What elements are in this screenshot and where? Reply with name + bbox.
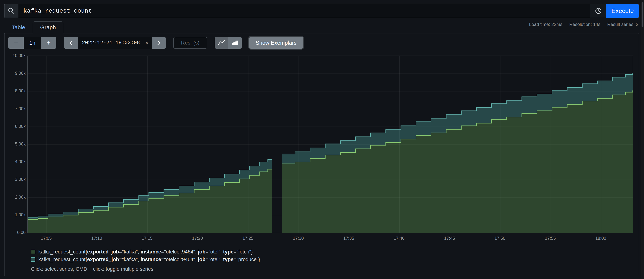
time-picker-group: 2022-12-21 18:03:08 ×	[64, 37, 166, 49]
range-increase-button[interactable]: +	[41, 37, 56, 49]
chart-type-toggle	[215, 37, 242, 49]
tab-graph[interactable]: Graph	[33, 21, 63, 33]
plot-area[interactable]	[28, 55, 633, 233]
x-tick-label: 17:40	[394, 236, 405, 241]
legend-item[interactable]: kafka_request_count{exported_job="kafka"…	[31, 257, 635, 263]
clock-icon	[594, 7, 602, 15]
stacked-chart-icon	[232, 40, 238, 46]
x-tick-label: 18:00	[595, 236, 606, 241]
y-tick-label: 3.00k	[15, 177, 26, 182]
x-tick-label: 17:45	[444, 236, 455, 241]
y-tick-label: 8.00k	[15, 88, 26, 93]
history-clock-button[interactable]	[590, 4, 606, 18]
x-tick-label: 17:50	[494, 236, 506, 241]
series-label: kafka_request_count{exported_job="kafka"…	[38, 249, 253, 255]
range-input[interactable]	[24, 37, 41, 49]
legend-item[interactable]: kafka_request_count{exported_job="kafka"…	[31, 249, 635, 255]
legend: kafka_request_count{exported_job="kafka"…	[31, 249, 635, 263]
view-tabs: Table Graph	[4, 21, 63, 33]
graph-controls: − + 2022-12-21 18:03:08 ×	[8, 37, 635, 49]
query-bar: Execute	[4, 4, 639, 18]
y-tick-label: 7.00k	[15, 106, 26, 111]
range-stepper: − +	[8, 37, 56, 49]
x-tick-label: 17:55	[545, 236, 556, 241]
show-exemplars-button[interactable]: Show Exemplars	[249, 37, 303, 49]
query-input[interactable]	[18, 4, 590, 18]
range-decrease-button[interactable]: −	[8, 37, 24, 49]
y-tick-label: 2.00k	[15, 195, 26, 200]
y-tick-label: 4.00k	[15, 159, 26, 164]
x-tick-label: 17:20	[192, 236, 203, 241]
series-swatch	[31, 250, 35, 254]
chevron-left-icon	[68, 39, 74, 46]
datetime-value: 2022-12-21 18:03:08	[82, 40, 140, 46]
query-stats: Load time: 22ms Resolution: 14s Result s…	[523, 22, 638, 27]
y-axis-labels: 0.001.00k2.00k3.00k4.00k5.00k6.00k7.00k8…	[8, 54, 26, 232]
search-icon	[4, 4, 18, 18]
load-time: Load time: 22ms	[529, 22, 562, 27]
series-swatch	[31, 258, 35, 262]
x-tick-label: 17:15	[142, 236, 153, 241]
line-chart-button[interactable]	[215, 37, 228, 49]
line-chart-icon	[218, 40, 225, 46]
tabs-row: Load time: 22ms Resolution: 14s Result s…	[4, 20, 639, 33]
x-tick-label: 17:25	[242, 236, 254, 241]
y-tick-label: 0.00	[17, 230, 26, 235]
x-tick-label: 17:30	[293, 236, 304, 241]
scrollbar-thumb[interactable]	[642, 2, 644, 27]
x-axis-labels: 17:0517:1017:1517:2017:2517:3017:3517:40…	[28, 236, 633, 242]
y-tick-label: 5.00k	[15, 142, 26, 147]
time-back-button[interactable]	[64, 37, 78, 49]
y-tick-label: 6.00k	[15, 124, 26, 129]
x-tick-label: 17:05	[41, 236, 52, 241]
chart-canvas	[28, 56, 633, 233]
result-series: Result series: 2	[607, 22, 638, 27]
resolution-input[interactable]	[173, 37, 207, 49]
chevron-right-icon	[156, 39, 162, 46]
y-tick-label: 9.00k	[15, 71, 26, 76]
series-label: kafka_request_count{exported_job="kafka"…	[38, 257, 260, 263]
x-tick-label: 17:35	[343, 236, 354, 241]
stacked-chart-button[interactable]	[228, 37, 242, 49]
resolution: Resolution: 14s	[569, 22, 600, 27]
x-tick-label: 17:10	[91, 236, 102, 241]
scrollbar[interactable]	[641, 0, 644, 279]
chart: 0.001.00k2.00k3.00k4.00k5.00k6.00k7.00k8…	[8, 54, 635, 242]
tab-table[interactable]: Table	[4, 21, 33, 33]
graph-panel: − + 2022-12-21 18:03:08 ×	[4, 33, 639, 276]
clear-time-icon[interactable]: ×	[145, 40, 148, 46]
datetime-input[interactable]: 2022-12-21 18:03:08 ×	[78, 37, 152, 49]
time-forward-button[interactable]	[152, 37, 166, 49]
legend-hint: Click: select series, CMD + click: toggl…	[31, 266, 635, 272]
y-tick-label: 10.00k	[12, 53, 26, 58]
execute-button[interactable]: Execute	[606, 4, 639, 18]
y-tick-label: 1.00k	[15, 212, 26, 217]
